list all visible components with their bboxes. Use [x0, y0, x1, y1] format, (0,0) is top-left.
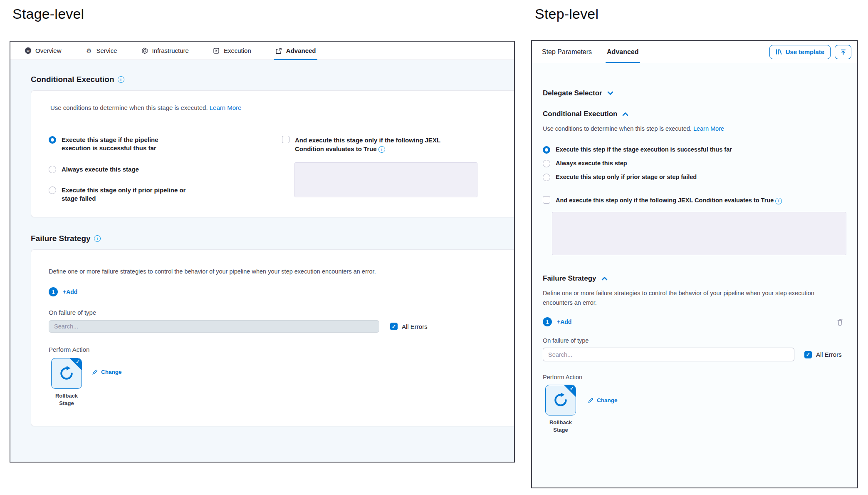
radio-execute-if-stage-successful[interactable]: Execute this step if the stage execution…	[543, 146, 846, 154]
stage-tab-bar: ∞ Overview ⚙ Service Infrastructure Exec…	[10, 42, 514, 60]
failure-type-search-input[interactable]	[49, 320, 379, 333]
radio-label: Always execute this step	[556, 159, 627, 168]
radio-unselected-icon	[49, 166, 56, 173]
jexl-checkbox[interactable]	[543, 196, 550, 204]
perform-action-label: Perform Action	[43, 346, 514, 353]
jexl-checkbox[interactable]	[282, 136, 289, 143]
pencil-icon	[92, 369, 98, 375]
service-gear-icon: ⚙	[86, 47, 93, 54]
stage-advanced-panel: ∞ Overview ⚙ Service Infrastructure Exec…	[10, 41, 515, 463]
step-panel-content: Delegate Selector Conditional Execution …	[532, 63, 857, 488]
rollback-stage-label: Rollback Stage	[51, 392, 82, 407]
conditional-execution-title: Conditional Execution	[31, 75, 114, 84]
tab-step-advanced[interactable]: Advanced	[607, 41, 638, 63]
failure-strategy-card: Define one or more failure strategies to…	[31, 249, 514, 426]
tab-step-parameters-label: Step Parameters	[542, 48, 592, 56]
template-library-icon	[776, 49, 782, 55]
on-failure-of-type-label: On failure of type	[543, 337, 846, 344]
tab-step-parameters[interactable]: Step Parameters	[542, 41, 592, 63]
rollback-stage-action-tile[interactable]: ✓	[51, 358, 82, 389]
info-icon[interactable]: i	[378, 146, 385, 153]
delete-strategy-button[interactable]	[837, 318, 843, 326]
divider	[50, 123, 514, 123]
radio-execute-if-failed[interactable]: Execute this step only if prior stage or…	[543, 173, 846, 182]
description-text: Use conditions to determine when this st…	[543, 125, 692, 132]
conditional-execution-card: Use conditions to determine when this st…	[31, 90, 514, 217]
learn-more-link[interactable]: Learn More	[210, 104, 242, 111]
description-text: Use conditions to determine when this st…	[50, 104, 208, 111]
radio-always-execute[interactable]: Always execute this stage	[49, 165, 271, 174]
tab-infrastructure-label: Infrastructure	[152, 47, 189, 54]
strategy-count-badge[interactable]: 1	[543, 317, 552, 326]
info-icon[interactable]: i	[775, 198, 782, 204]
chevron-up-icon	[622, 112, 628, 116]
chevron-up-icon	[601, 276, 608, 281]
all-errors-checkbox-row[interactable]: ✓ All Errors	[804, 351, 842, 358]
tab-infrastructure[interactable]: Infrastructure	[141, 42, 189, 60]
overview-icon: ∞	[25, 47, 32, 54]
conditional-execution-title: Conditional Execution	[543, 110, 617, 118]
jexl-label-text: And execute this step only if the follow…	[556, 197, 774, 204]
change-action-link[interactable]: Change	[588, 397, 618, 403]
jexl-condition-label: And execute this step only if the follow…	[556, 196, 782, 204]
info-icon[interactable]: i	[118, 76, 124, 83]
advanced-icon	[275, 47, 282, 54]
tab-advanced-label: Advanced	[286, 47, 316, 54]
step-tab-bar: Step Parameters Advanced Use template	[532, 41, 857, 63]
radio-label: Execute this step if the stage execution…	[556, 146, 732, 154]
add-strategy-button[interactable]: +Add	[63, 289, 77, 295]
rollback-stage-action-tile[interactable]: ✓	[545, 385, 576, 415]
use-template-button[interactable]: Use template	[769, 45, 831, 59]
radio-selected-icon	[49, 136, 56, 144]
conditional-execution-description: Use conditions to determine when this st…	[43, 104, 514, 111]
tab-overview[interactable]: ∞ Overview	[25, 42, 62, 60]
on-failure-of-type-label: On failure of type	[43, 309, 514, 316]
info-icon[interactable]: i	[94, 235, 101, 242]
step-advanced-panel: Step Parameters Advanced Use template	[531, 40, 858, 488]
chevron-down-icon	[607, 91, 613, 95]
radio-unselected-icon	[49, 187, 56, 194]
failure-strategy-description: Define one or more failure strategies to…	[43, 268, 514, 275]
radio-label: Execute this stage if the pipeline execu…	[62, 136, 186, 153]
upgrade-template-button[interactable]	[835, 45, 851, 59]
jexl-label-text: And execute this stage only if the follo…	[295, 137, 440, 152]
conditional-execution-heading[interactable]: Conditional Execution	[543, 110, 846, 118]
all-errors-label: All Errors	[816, 351, 842, 358]
tab-step-advanced-label: Advanced	[607, 48, 638, 56]
strategy-count-badge[interactable]: 1	[49, 287, 58, 296]
conditional-execution-heading: Conditional Execution i	[31, 75, 514, 84]
learn-more-link[interactable]: Learn More	[693, 125, 724, 132]
failure-strategy-description: Define one or more failure strategies to…	[543, 289, 834, 307]
add-strategy-button[interactable]: +Add	[557, 318, 571, 325]
radio-execute-if-pipeline-successful[interactable]: Execute this stage if the pipeline execu…	[49, 136, 271, 153]
infrastructure-icon	[141, 47, 148, 54]
radio-always-execute[interactable]: Always execute this step	[543, 159, 846, 168]
svg-text:∞: ∞	[27, 48, 30, 53]
conditional-execution-description: Use conditions to determine when this st…	[543, 124, 846, 133]
delegate-selector-heading[interactable]: Delegate Selector	[543, 89, 846, 97]
use-template-label: Use template	[786, 48, 824, 55]
failure-strategy-heading[interactable]: Failure Strategy	[543, 274, 846, 283]
change-label: Change	[101, 369, 122, 375]
jexl-condition-checkbox-row[interactable]: And execute this stage only if the follo…	[282, 136, 514, 153]
jexl-condition-textarea[interactable]	[552, 212, 846, 255]
radio-label: Execute this step only if prior stage or…	[556, 173, 697, 182]
all-errors-checkbox[interactable]: ✓	[804, 351, 812, 358]
tab-service[interactable]: ⚙ Service	[86, 42, 117, 60]
all-errors-checkbox[interactable]: ✓	[390, 323, 398, 330]
change-action-link[interactable]: Change	[92, 369, 122, 375]
tab-execution[interactable]: Execution	[213, 42, 251, 60]
perform-action-label: Perform Action	[543, 374, 846, 381]
jexl-condition-label: And execute this stage only if the follo…	[295, 136, 459, 153]
jexl-condition-checkbox-row[interactable]: And execute this step only if the follow…	[543, 196, 846, 204]
failure-type-search-input[interactable]	[543, 348, 794, 361]
all-errors-checkbox-row[interactable]: ✓ All Errors	[390, 323, 428, 330]
tab-advanced[interactable]: Advanced	[275, 42, 316, 60]
pencil-icon	[588, 397, 594, 403]
radio-selected-icon	[543, 146, 550, 154]
rollback-stage-label: Rollback Stage	[545, 419, 576, 433]
tab-overview-label: Overview	[35, 47, 62, 54]
radio-execute-if-failed[interactable]: Execute this stage only if prior pipelin…	[49, 186, 271, 203]
jexl-condition-textarea[interactable]	[294, 162, 477, 197]
change-label: Change	[597, 397, 618, 403]
